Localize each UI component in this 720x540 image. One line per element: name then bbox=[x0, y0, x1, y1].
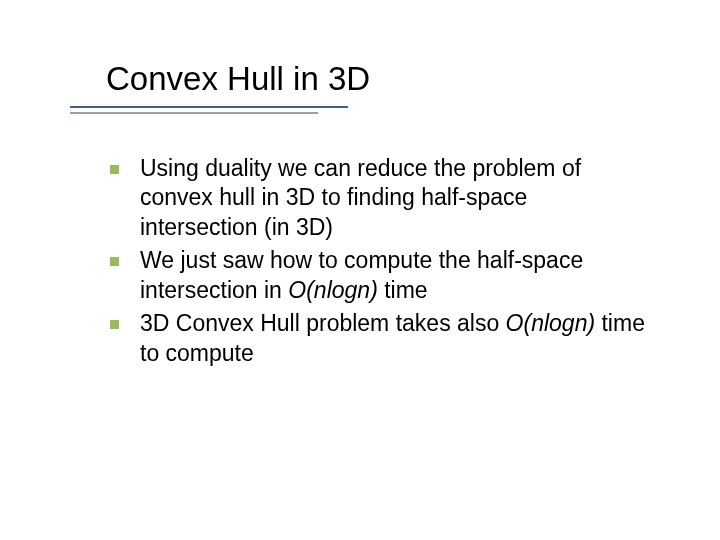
bullet-text: Using duality we can reduce the problem … bbox=[140, 155, 581, 240]
bullet-item: We just saw how to compute the half-spac… bbox=[108, 246, 650, 305]
bullet-text-post: time bbox=[378, 277, 428, 303]
bullet-item: 3D Convex Hull problem takes also O(nlog… bbox=[108, 309, 650, 368]
bullet-item: Using duality we can reduce the problem … bbox=[108, 154, 650, 242]
bullet-text: 3D Convex Hull problem takes also bbox=[140, 310, 506, 336]
slide-title: Convex Hull in 3D bbox=[70, 60, 660, 98]
title-block: Convex Hull in 3D bbox=[70, 60, 660, 118]
bullet-italic: O(nlogn) bbox=[506, 310, 595, 336]
slide: Convex Hull in 3D Using duality we can r… bbox=[0, 0, 720, 540]
bullet-list: Using duality we can reduce the problem … bbox=[108, 154, 650, 368]
bullet-italic: O(nlogn) bbox=[288, 277, 377, 303]
slide-body: Using duality we can reduce the problem … bbox=[70, 154, 660, 368]
underline-secondary bbox=[70, 112, 318, 114]
underline-primary bbox=[70, 106, 348, 108]
title-underline bbox=[70, 104, 660, 118]
